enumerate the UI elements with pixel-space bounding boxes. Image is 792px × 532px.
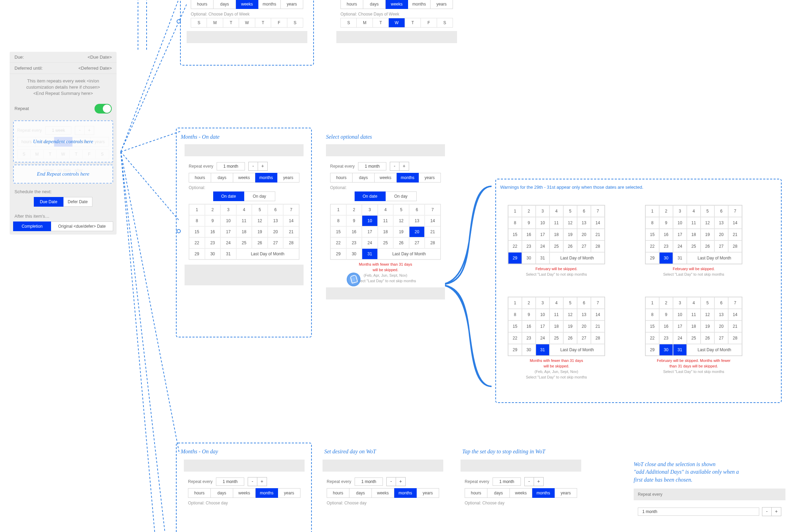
date-cell-24[interactable]: 24 [673,240,687,252]
date-cell-27[interactable]: 27 [577,240,591,252]
date-cell-21[interactable]: 21 [591,229,605,240]
date-cell-14[interactable]: 14 [425,215,440,226]
date-cell-7[interactable]: 7 [728,205,742,217]
date-cell-30[interactable]: 30 [659,344,673,356]
date-cell-29[interactable]: 29 [645,344,659,356]
date-cell-28[interactable]: 28 [728,332,742,344]
date-cell-4[interactable]: 4 [550,205,563,217]
date-cell-8[interactable]: 8 [645,309,659,321]
date-cell-26[interactable]: 26 [701,332,714,344]
date-cell-21[interactable]: 21 [728,321,742,332]
unit-months[interactable]: months [397,173,419,183]
date-cell-3[interactable]: 3 [673,297,687,309]
date-cell-22[interactable]: 22 [508,240,522,252]
on-day-button[interactable]: On day [386,191,417,201]
plus-button[interactable]: + [534,477,544,486]
date-cell-10[interactable]: 10 [673,309,687,321]
date-cell-27[interactable]: 27 [409,237,425,248]
date-cell-7[interactable]: 7 [591,297,605,309]
date-cell-2[interactable]: 2 [522,297,536,309]
completion-button[interactable]: Completion [13,221,51,231]
unit-days[interactable]: days [353,173,375,183]
date-cell-31[interactable]: 31 [362,248,378,259]
date-cell-6[interactable]: 6 [409,204,425,215]
dow-s2[interactable]: S [437,18,453,28]
date-cell-25[interactable]: 25 [378,237,394,248]
unit-days[interactable]: days [363,0,386,9]
unit-years[interactable]: years [417,488,439,498]
date-cell-10[interactable]: 10 [673,217,687,229]
date-cell-5[interactable]: 5 [701,297,714,309]
date-cell-17[interactable]: 17 [673,321,687,332]
date-cell-12[interactable]: 12 [563,309,577,321]
dow-t2[interactable]: T [405,18,421,28]
unit-hours[interactable]: hours [465,488,487,498]
date-cell-25[interactable]: 25 [550,240,563,252]
date-cell-20[interactable]: 20 [409,226,425,237]
unit-weeks[interactable]: weeks [510,488,532,498]
repeat-value[interactable]: 1 month [358,162,386,170]
date-cell-1[interactable]: 1 [645,205,659,217]
date-cell-2[interactable]: 2 [522,205,536,217]
date-cell-5[interactable]: 5 [563,297,577,309]
unit-years[interactable]: years [430,0,453,9]
repeat-toggle[interactable] [95,104,112,114]
repeat-value[interactable]: 1 month [638,508,759,516]
date-cell-2[interactable]: 2 [346,204,362,215]
date-cell-24[interactable]: 24 [536,240,550,252]
date-cell-19[interactable]: 19 [393,226,409,237]
date-cell-22[interactable]: 22 [508,332,522,344]
dow-s[interactable]: S [340,18,357,28]
dow-w[interactable]: W [389,18,405,28]
plus-button[interactable]: + [772,507,781,516]
unit-hours[interactable]: hours [327,488,349,498]
date-cell-24[interactable]: 24 [536,332,550,344]
date-cell-29[interactable]: 29 [508,252,522,264]
date-cell-1[interactable]: 1 [330,204,346,215]
date-cell-1[interactable]: 1 [508,205,522,217]
date-cell-1[interactable]: 1 [645,297,659,309]
date-cell-21[interactable]: 21 [425,226,440,237]
date-cell-24[interactable]: 24 [362,237,378,248]
date-cell-20[interactable]: 20 [714,321,728,332]
original-date-button[interactable]: Original <due/defer> Date [51,221,113,231]
date-cell-29[interactable]: 29 [330,248,346,259]
date-cell-23[interactable]: 23 [659,332,673,344]
date-cell-4[interactable]: 4 [550,297,563,309]
date-cell-16[interactable]: 16 [522,321,536,332]
date-cell-12[interactable]: 12 [393,215,409,226]
date-cell-11[interactable]: 11 [687,217,701,229]
date-cell-15[interactable]: 15 [330,226,346,237]
date-cell-14[interactable]: 14 [591,309,605,321]
date-cell-28[interactable]: 28 [425,237,440,248]
date-cell-18[interactable]: 18 [550,229,563,240]
due-date-button[interactable]: Due Date [34,197,63,207]
date-cell-29[interactable]: 29 [508,344,522,356]
date-cell-17[interactable]: 17 [673,229,687,240]
date-cell-6[interactable]: 6 [577,297,591,309]
date-cell-23[interactable]: 23 [522,332,536,344]
date-cell-18[interactable]: 18 [687,321,701,332]
unit-weeks[interactable]: weeks [386,0,408,9]
date-cell-19[interactable]: 19 [701,229,714,240]
dow-t[interactable]: T [373,18,389,28]
date-cell-16[interactable]: 16 [659,321,673,332]
date-cell-24[interactable]: 24 [673,332,687,344]
plus-button[interactable]: + [399,162,409,171]
repeat-value[interactable]: 1 month [355,477,383,486]
date-cell-28[interactable]: 28 [591,332,605,344]
last-day-of-month[interactable]: Last Day of Month [687,344,742,356]
date-cell-28[interactable]: 28 [591,240,605,252]
date-cell-26[interactable]: 26 [563,332,577,344]
date-cell-4[interactable]: 4 [378,204,394,215]
dow-f[interactable]: F [421,18,437,28]
date-cell-7[interactable]: 7 [591,205,605,217]
date-cell-25[interactable]: 25 [687,240,701,252]
date-cell-19[interactable]: 19 [563,229,577,240]
date-cell-22[interactable]: 22 [330,237,346,248]
date-cell-15[interactable]: 15 [645,321,659,332]
last-day-of-month[interactable]: Last Day of Month [550,344,605,356]
date-cell-17[interactable]: 17 [536,321,550,332]
last-day-of-month[interactable]: Last Day of Month [687,252,742,264]
minus-button[interactable]: - [386,477,396,486]
